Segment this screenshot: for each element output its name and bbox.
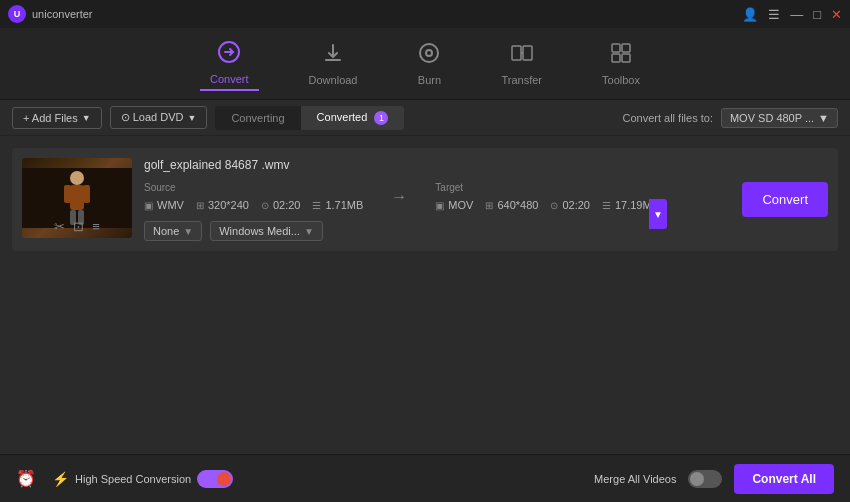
extra-options: None ▼ Windows Medi... ▼	[144, 221, 720, 241]
burn-nav-icon	[417, 41, 441, 70]
source-group: Source ▣ WMV ⊞ 320*240 ⊙ 02:20	[144, 182, 363, 211]
target-dropdown-button[interactable]: ▼	[649, 199, 667, 229]
tab-group: Converting Converted 1	[215, 106, 404, 130]
load-dvd-label: ⊙ Load DVD	[121, 111, 184, 124]
convert-button[interactable]: Convert	[742, 182, 828, 217]
select-chevron-icon: ▼	[818, 112, 829, 124]
nav-item-download[interactable]: Download	[299, 37, 368, 90]
target-res-icon: ⊞	[485, 200, 493, 211]
title-bar: U uniconverter 👤 ☰ — □ ✕	[0, 0, 850, 28]
target-dur-icon: ⊙	[550, 200, 558, 211]
nav-label-download: Download	[309, 74, 358, 86]
target-duration: ⊙ 02:20	[550, 199, 590, 211]
merge-toggle[interactable]	[688, 470, 722, 488]
app-name: uniconverter	[32, 8, 93, 20]
source-format: ▣ WMV	[144, 199, 184, 211]
target-size-icon: ☰	[602, 200, 611, 211]
settings-icon[interactable]: ≡	[92, 219, 100, 234]
target-values: ▣ MOV ⊞ 640*480 ⊙ 02:20 ☰	[435, 199, 659, 211]
convert-all-select[interactable]: MOV SD 480P ... ▼	[721, 108, 838, 128]
app-logo: U	[8, 5, 26, 23]
thumbnail-icons: ✂ ⊡ ≡	[22, 219, 132, 234]
effect-chevron: ▼	[183, 226, 193, 237]
svg-rect-8	[622, 54, 630, 62]
speed-section: ⚡ High Speed Conversion	[52, 470, 233, 488]
svg-rect-7	[612, 54, 620, 62]
svg-rect-4	[523, 46, 532, 60]
svg-rect-5	[612, 44, 620, 52]
source-resolution: ⊞ 320*240	[196, 199, 249, 211]
audio-chevron: ▼	[304, 226, 314, 237]
close-button[interactable]: ✕	[831, 7, 842, 22]
add-files-label: + Add Files	[23, 112, 78, 124]
table-row: ✂ ⊡ ≡ golf_explained 84687 .wmv Source ▣…	[12, 148, 838, 251]
trim-icon[interactable]: ✂	[54, 219, 65, 234]
add-files-button[interactable]: + Add Files ▼	[12, 107, 102, 129]
nav-label-convert: Convert	[210, 73, 249, 85]
arrow-icon: →	[383, 188, 415, 206]
bottom-left: ⏰ ⚡ High Speed Conversion	[16, 469, 233, 488]
alarm-icon[interactable]: ⏰	[16, 469, 36, 488]
tab-bar-left: + Add Files ▼ ⊙ Load DVD ▼ Converting Co…	[12, 106, 622, 130]
duration-icon: ⊙	[261, 200, 269, 211]
crop-icon[interactable]: ⊡	[73, 219, 84, 234]
title-bar-right: 👤 ☰ — □ ✕	[742, 7, 842, 22]
audio-select[interactable]: Windows Medi... ▼	[210, 221, 323, 241]
bottom-bar: ⏰ ⚡ High Speed Conversion Merge All Vide…	[0, 454, 850, 502]
svg-rect-12	[64, 185, 71, 203]
bottom-right: Merge All Videos Convert All	[594, 464, 834, 494]
menu-icon[interactable]: ☰	[768, 7, 780, 22]
target-format: ▣ MOV	[435, 199, 473, 211]
nav-item-toolbox[interactable]: Toolbox	[592, 37, 650, 90]
add-files-chevron: ▼	[82, 113, 91, 123]
svg-rect-6	[622, 44, 630, 52]
file-name: golf_explained 84687 .wmv	[144, 158, 720, 172]
source-label: Source	[144, 182, 363, 193]
file-thumbnail: ✂ ⊡ ≡	[22, 158, 132, 238]
convert-nav-icon	[217, 40, 241, 69]
merge-toggle-knob	[690, 472, 704, 486]
title-bar-left: U uniconverter	[8, 5, 93, 23]
resolution-icon: ⊞	[196, 200, 204, 211]
target-format-icon: ▣	[435, 200, 444, 211]
size-icon: ☰	[312, 200, 321, 211]
speed-toggle-knob	[217, 472, 231, 486]
nav-label-burn: Burn	[418, 74, 441, 86]
toolbox-nav-icon	[609, 41, 633, 70]
svg-rect-3	[512, 46, 521, 60]
effect-select[interactable]: None ▼	[144, 221, 202, 241]
convert-all-button[interactable]: Convert All	[734, 464, 834, 494]
target-resolution: ⊞ 640*480	[485, 199, 538, 211]
load-dvd-button[interactable]: ⊙ Load DVD ▼	[110, 106, 208, 129]
source-size: ☰ 1.71MB	[312, 199, 363, 211]
top-nav: Convert Download Burn Transfer	[0, 28, 850, 100]
download-nav-icon	[321, 41, 345, 70]
target-label: Target	[435, 182, 659, 193]
convert-all-label: Convert all files to:	[622, 112, 712, 124]
file-info: golf_explained 84687 .wmv Source ▣ WMV ⊞…	[132, 158, 732, 241]
converted-badge: 1	[374, 111, 388, 125]
nav-item-transfer[interactable]: Transfer	[491, 37, 552, 90]
speed-label: High Speed Conversion	[75, 473, 191, 485]
main-content: ✂ ⊡ ≡ golf_explained 84687 .wmv Source ▣…	[0, 136, 850, 454]
nav-item-convert[interactable]: Convert	[200, 36, 259, 91]
lightning-icon: ⚡	[52, 471, 69, 487]
merge-label: Merge All Videos	[594, 473, 676, 485]
svg-rect-11	[70, 185, 84, 210]
svg-point-2	[426, 50, 432, 56]
profile-icon[interactable]: 👤	[742, 7, 758, 22]
tab-bar-right: Convert all files to: MOV SD 480P ... ▼	[622, 108, 838, 128]
nav-label-toolbox: Toolbox	[602, 74, 640, 86]
svg-point-10	[70, 171, 84, 185]
speed-toggle[interactable]	[197, 470, 233, 488]
nav-item-burn[interactable]: Burn	[407, 37, 451, 90]
load-dvd-chevron: ▼	[187, 113, 196, 123]
svg-point-1	[420, 44, 438, 62]
minimize-button[interactable]: —	[790, 7, 803, 22]
target-group: Target ▣ MOV ⊞ 640*480 ⊙ 02:20	[435, 182, 659, 211]
tab-converted[interactable]: Converted 1	[301, 106, 405, 130]
file-details-row: Source ▣ WMV ⊞ 320*240 ⊙ 02:20	[144, 182, 720, 211]
nav-label-transfer: Transfer	[501, 74, 542, 86]
maximize-button[interactable]: □	[813, 7, 821, 22]
tab-converting[interactable]: Converting	[215, 107, 300, 129]
